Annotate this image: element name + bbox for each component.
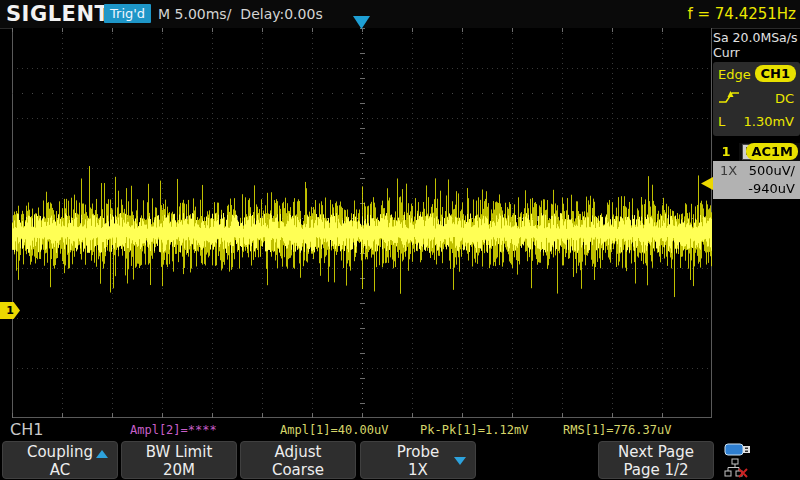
- softkey-next-page-label: Next Page: [599, 443, 713, 461]
- softkey-next-page[interactable]: Next Page Page 1/2: [598, 441, 714, 479]
- channel-coupling-badge: AC1M: [746, 143, 798, 160]
- measurement-rms-ch1: RMS[1]=776.37uV: [563, 423, 671, 437]
- volts-per-division: 500uV/: [749, 163, 795, 178]
- measurement-ampl-ch2: Ampl[2]=****: [130, 423, 217, 437]
- softkey-coupling-value: AC: [3, 461, 117, 479]
- timebase-readout: M 5.00ms/Delay:0.00s: [158, 6, 332, 22]
- measurement-ampl-ch1: Ampl[1]=40.00uV: [280, 423, 388, 437]
- softkey-adjust-label: Adjust: [241, 443, 355, 461]
- softkey-next-page-value: Page 1/2: [599, 461, 713, 479]
- measurement-pkpk-ch1: Pk-Pk[1]=1.12mV: [420, 423, 528, 437]
- trigger-status-badge: Trig'd: [104, 4, 151, 23]
- trigger-level-label: L: [718, 114, 725, 129]
- channel1-badges-row: 1 B AC1M: [713, 143, 800, 161]
- trigger-settings-panel[interactable]: Edge CH1 DC L 1.30mV: [713, 62, 800, 136]
- softkey-adjust[interactable]: Adjust Coarse: [240, 441, 356, 479]
- rising-edge-icon: [718, 89, 740, 108]
- softkey-bw-limit-label: BW Limit: [122, 443, 236, 461]
- up-arrow-icon: [96, 450, 108, 458]
- channel-number-badge: 1: [713, 143, 739, 161]
- channel1-scale-block: 1X 500uV/ -940uV: [713, 161, 800, 199]
- oscilloscope-screen: SIGLENT Trig'd M 5.00ms/Delay:0.00s f = …: [0, 0, 800, 480]
- trigger-level-value: 1.30mV: [743, 114, 794, 129]
- usb-icon: [724, 442, 754, 457]
- softkey-adjust-value: Coarse: [241, 461, 355, 479]
- status-icon-tray: [722, 441, 798, 479]
- channel-offset: -940uV: [748, 181, 795, 196]
- trigger-source-badge: CH1: [755, 65, 796, 82]
- sample-rate: Sa 20.0MSa/s: [713, 30, 798, 45]
- frequency-counter: f = 74.4251Hz: [687, 5, 796, 23]
- measurement-row: CH1 Ampl[2]=**** Ampl[1]=40.00uV Pk-Pk[1…: [0, 418, 800, 440]
- down-arrow-icon: [454, 457, 466, 465]
- probe-attenuation: 1X: [720, 163, 737, 178]
- delay-value: Delay:0.00s: [240, 6, 322, 22]
- softkey-coupling[interactable]: Coupling AC: [2, 441, 118, 479]
- siglent-logo: SIGLENT: [6, 2, 109, 26]
- lan-disconnected-icon: [724, 458, 750, 478]
- trigger-type: Edge: [718, 67, 751, 82]
- top-status-bar: SIGLENT Trig'd M 5.00ms/Delay:0.00s f = …: [0, 0, 800, 29]
- waveform-display[interactable]: [12, 28, 712, 418]
- timebase-value: M 5.00ms/: [158, 6, 231, 22]
- channel1-info-panel[interactable]: 1 B AC1M 1X 500uV/ -940uV: [713, 143, 800, 199]
- trigger-coupling: DC: [775, 91, 794, 106]
- softkey-bw-limit-value: 20M: [122, 461, 236, 479]
- softkey-probe[interactable]: Probe 1X: [360, 441, 476, 479]
- softkey-bw-limit[interactable]: BW Limit 20M: [121, 441, 237, 479]
- active-channel-label: CH1: [10, 420, 43, 439]
